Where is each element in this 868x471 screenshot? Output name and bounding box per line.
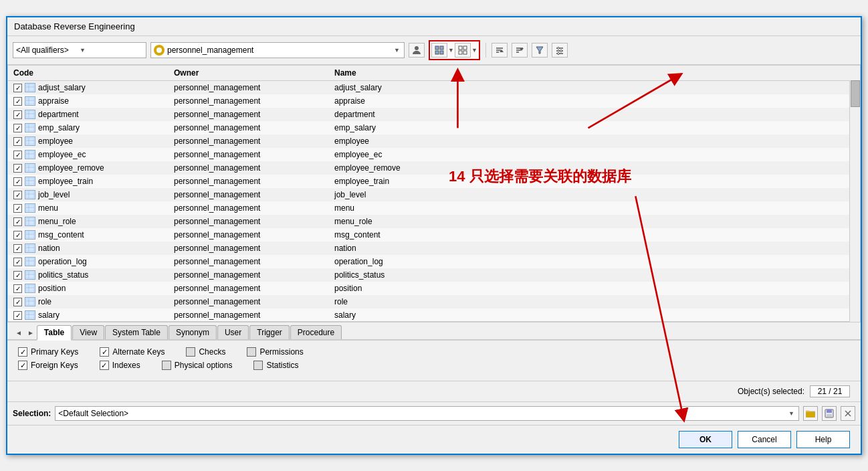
table-row[interactable]: operation_log personnel_management opera… [8, 255, 860, 268]
table-row[interactable]: position personnel_management position [8, 282, 860, 295]
name-cell: position [334, 284, 855, 293]
foreign-keys-checkbox[interactable] [18, 361, 27, 370]
row-code-cell: salary [13, 310, 174, 320]
select-all-arrow[interactable]: ▼ [448, 47, 454, 54]
svg-rect-48 [26, 191, 34, 198]
row-checkbox[interactable] [13, 298, 22, 306]
table-header: Code Owner Name [8, 66, 860, 81]
code-value: politics_status [38, 270, 88, 280]
table-row[interactable]: politics_status personnel_management pol… [8, 268, 860, 282]
option-checks[interactable]: Checks [186, 347, 225, 357]
tab-user[interactable]: User [217, 325, 249, 339]
row-checkbox[interactable] [13, 124, 22, 132]
select-all-button[interactable] [431, 43, 447, 58]
svg-marker-17 [536, 47, 543, 54]
option-foreign-keys[interactable]: Foreign Keys [18, 361, 78, 370]
row-checkbox[interactable] [13, 217, 22, 226]
cancel-button[interactable]: Cancel [738, 431, 791, 448]
table-row[interactable]: employee_remove personnel_management emp… [8, 161, 860, 175]
option-indexes[interactable]: Indexes [100, 361, 140, 370]
table-row[interactable]: appraise personnel_management appraise [8, 94, 860, 108]
option-alternate-keys[interactable]: Alternate Keys [100, 347, 165, 357]
table-row[interactable]: msg_content personnel_management msg_con… [8, 228, 860, 242]
statistics-checkbox[interactable] [253, 361, 263, 370]
primary-keys-checkbox[interactable] [18, 347, 27, 357]
permissions-checkbox[interactable] [247, 347, 256, 357]
selection-folder-button[interactable] [803, 406, 818, 421]
alternate-keys-checkbox[interactable] [100, 347, 109, 357]
table-icon [25, 83, 35, 92]
sort-desc-button[interactable] [512, 43, 528, 58]
tab-right-arrow[interactable]: ► [25, 326, 37, 339]
row-checkbox[interactable] [13, 284, 22, 293]
objects-selected-value: 21 / 21 [810, 385, 850, 397]
row-checkbox[interactable] [13, 204, 22, 213]
indexes-label: Indexes [112, 361, 140, 370]
selection-save-button[interactable] [822, 406, 837, 421]
tab-system-table[interactable]: System Table [105, 325, 168, 339]
options-button[interactable] [552, 43, 568, 58]
option-permissions[interactable]: Permissions [247, 347, 303, 357]
svg-rect-60 [26, 245, 34, 252]
row-checkbox[interactable] [13, 311, 22, 320]
selection-close-button[interactable] [841, 406, 855, 421]
deselect-all-arrow[interactable]: ▼ [471, 47, 477, 54]
table-row[interactable]: employee personnel_management employee [8, 134, 860, 148]
table-row[interactable]: menu_role personnel_management menu_role [8, 215, 860, 228]
scrollbar-thumb[interactable] [851, 80, 860, 107]
row-checkbox[interactable] [13, 84, 22, 92]
table-row[interactable]: emp_salary personnel_management emp_sala… [8, 121, 860, 134]
row-checkbox[interactable] [13, 97, 22, 106]
ok-button[interactable]: OK [679, 431, 732, 448]
code-value: department [38, 110, 79, 119]
code-value: job_level [38, 190, 70, 199]
table-row[interactable]: menu personnel_management menu [8, 201, 860, 215]
tab-procedure[interactable]: Procedure [290, 325, 342, 339]
table-row[interactable]: salary personnel_management salary [8, 308, 860, 322]
sort-asc-icon [495, 45, 504, 55]
row-checkbox[interactable] [13, 164, 22, 173]
deselect-all-button[interactable] [455, 43, 471, 58]
row-checkbox[interactable] [13, 191, 22, 199]
checks-checkbox[interactable] [186, 347, 195, 357]
table-row[interactable]: employee_ec personnel_management employe… [8, 148, 860, 161]
qualifier-combo[interactable]: <All qualifiers> ▼ [13, 42, 146, 58]
option-primary-keys[interactable]: Primary Keys [18, 347, 78, 357]
code-value: msg_content [38, 230, 84, 240]
db-combo[interactable]: personnel_management ▼ [150, 42, 405, 58]
table-row[interactable]: job_level personnel_management job_level [8, 188, 860, 201]
person-button[interactable] [409, 43, 425, 58]
physical-options-checkbox[interactable] [162, 361, 171, 370]
row-checkbox[interactable] [13, 231, 22, 240]
table-row[interactable]: department personnel_management departme… [8, 108, 860, 121]
table-body[interactable]: adjust_salary personnel_management adjus… [8, 81, 860, 322]
table-row[interactable]: nation personnel_management nation [8, 242, 860, 255]
tab-trigger[interactable]: Trigger [249, 325, 290, 339]
tab-synonym[interactable]: Synonym [169, 325, 217, 339]
sort-asc-button[interactable] [492, 43, 508, 58]
selection-combo-arrow: ▼ [787, 410, 796, 417]
table-row[interactable]: employee_train personnel_management empl… [8, 175, 860, 188]
filter-button[interactable] [532, 43, 548, 58]
table-icon [25, 96, 35, 106]
option-statistics[interactable]: Statistics [253, 361, 298, 370]
option-physical-options[interactable]: Physical options [162, 361, 233, 370]
row-checkbox[interactable] [13, 271, 22, 280]
row-checkbox[interactable] [13, 177, 22, 186]
row-code-cell: employee_ec [13, 150, 174, 159]
help-button[interactable]: Help [796, 431, 850, 448]
alternate-keys-label: Alternate Keys [112, 347, 165, 357]
row-checkbox[interactable] [13, 110, 22, 119]
row-checkbox[interactable] [13, 244, 22, 253]
indexes-checkbox[interactable] [100, 361, 109, 370]
row-checkbox[interactable] [13, 137, 22, 146]
row-checkbox[interactable] [13, 151, 22, 159]
table-row[interactable]: adjust_salary personnel_management adjus… [8, 81, 860, 94]
tab-left-arrow[interactable]: ◄ [13, 326, 25, 339]
tab-table[interactable]: Table [37, 325, 72, 341]
selection-combo[interactable]: <Default Selection> ▼ [55, 406, 799, 421]
row-checkbox[interactable] [13, 258, 22, 266]
table-row[interactable]: role personnel_management role [8, 295, 860, 308]
tab-view[interactable]: View [72, 325, 104, 339]
scrollbar-track[interactable] [849, 80, 860, 322]
